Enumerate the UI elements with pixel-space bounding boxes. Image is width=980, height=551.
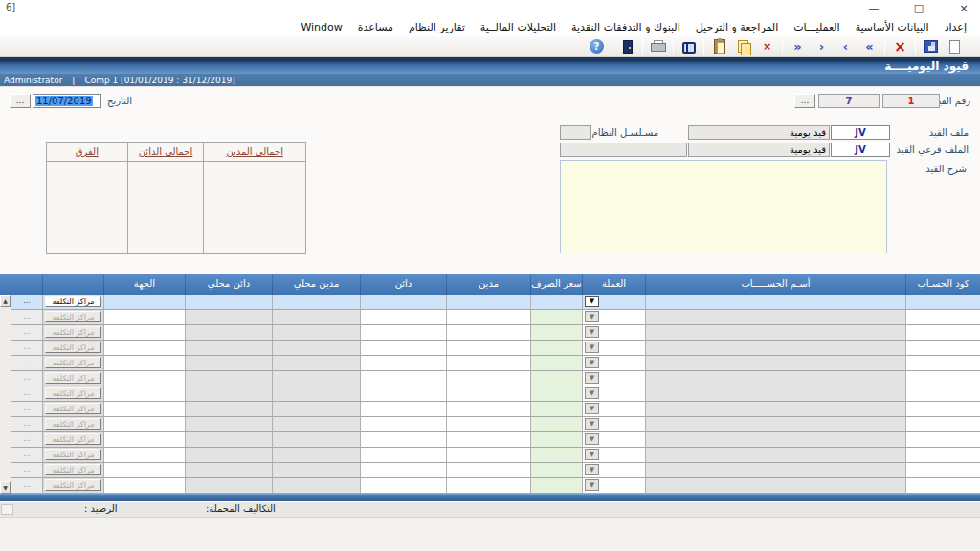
cell-name[interactable]	[645, 371, 905, 386]
cell-debit[interactable]	[446, 371, 530, 386]
cell-currency[interactable]: ▼	[582, 371, 645, 386]
cell-credit[interactable]	[360, 448, 446, 463]
cost-centers-button[interactable]: مراكز التكلفه	[45, 372, 101, 384]
menu-item[interactable]: إعداد	[937, 19, 974, 35]
cell-credit[interactable]	[360, 463, 446, 478]
nav-previous-button[interactable]: ‹	[810, 37, 834, 56]
row-browse-cell[interactable]: ...	[11, 478, 42, 494]
cell-credit[interactable]	[360, 310, 446, 325]
cell-credit_local[interactable]	[185, 448, 272, 463]
cell-debit[interactable]	[446, 478, 530, 494]
row-browse-cell[interactable]: ...	[11, 417, 42, 432]
row-browse-cell[interactable]: ...	[11, 341, 42, 356]
cell-credit_local[interactable]	[185, 386, 272, 402]
cell-entity[interactable]	[103, 478, 185, 494]
cost-centers-button[interactable]: مراكز التكلفه	[45, 449, 101, 460]
cell-debit[interactable]	[446, 448, 530, 463]
cell-currency[interactable]: ▼	[582, 386, 645, 402]
row-browse-cell[interactable]: ...	[11, 295, 42, 310]
entry-number-browse-button[interactable]: ...	[794, 94, 815, 108]
cell-cost_centers[interactable]: مراكز التكلفه	[42, 295, 103, 310]
delete-button[interactable]: ×	[888, 37, 912, 56]
grid-vertical-scrollbar[interactable]: ▲ ▼	[0, 295, 11, 494]
currency-dropdown-button[interactable]: ▼	[585, 372, 599, 384]
currency-dropdown-button[interactable]: ▼	[585, 357, 599, 368]
currency-dropdown-button[interactable]: ▼	[585, 387, 599, 399]
cell-entity[interactable]	[103, 448, 185, 463]
cell-cost_centers[interactable]: مراكز التكلفه	[42, 478, 103, 494]
cell-debit_local[interactable]	[272, 341, 360, 356]
menu-item[interactable]: التحليلات المالــية	[473, 19, 564, 35]
paste-button[interactable]	[707, 37, 731, 56]
cell-credit_local[interactable]	[185, 463, 272, 478]
cell-credit_local[interactable]	[185, 478, 272, 494]
cell-name[interactable]	[645, 448, 905, 463]
help-button[interactable]: ?	[585, 37, 609, 56]
cell-credit_local[interactable]	[185, 371, 272, 386]
close-button[interactable]: ×	[957, 1, 970, 15]
cell-code[interactable]	[905, 371, 980, 386]
cell-rate[interactable]	[530, 356, 582, 371]
cell-credit_local[interactable]	[185, 356, 272, 371]
cell-cost_centers[interactable]: مراكز التكلفه	[42, 448, 103, 463]
cell-currency[interactable]: ▼	[582, 463, 645, 478]
currency-dropdown-button[interactable]: ▼	[585, 296, 599, 307]
cost-centers-button[interactable]: مراكز التكلفه	[45, 433, 101, 445]
cell-cost_centers[interactable]: مراكز التكلفه	[42, 341, 103, 356]
row-browse-cell[interactable]: ...	[11, 386, 42, 402]
cell-entity[interactable]	[103, 417, 185, 432]
minimize-button[interactable]: —	[867, 1, 880, 15]
cell-debit_local[interactable]	[272, 310, 360, 325]
cell-rate[interactable]	[530, 478, 582, 494]
cell-currency[interactable]: ▼	[582, 432, 645, 448]
column-header-debit[interactable]: مدين	[446, 274, 530, 295]
cell-cost_centers[interactable]: مراكز التكلفه	[42, 310, 103, 325]
cell-currency[interactable]: ▼	[582, 341, 645, 356]
cost-centers-button[interactable]: مراكز التكلفه	[45, 357, 101, 368]
currency-dropdown-button[interactable]: ▼	[585, 342, 599, 353]
cell-debit_local[interactable]	[272, 478, 360, 494]
cell-credit[interactable]	[360, 402, 446, 417]
cell-rate[interactable]	[530, 341, 582, 356]
cell-name[interactable]	[645, 463, 905, 478]
cell-code[interactable]	[905, 478, 980, 494]
cell-debit_local[interactable]	[272, 432, 360, 448]
cell-rate[interactable]	[530, 432, 582, 448]
nav-first-button[interactable]: «	[786, 37, 810, 56]
cell-code[interactable]	[905, 325, 980, 341]
cell-code[interactable]	[905, 448, 980, 463]
cell-cost_centers[interactable]: مراكز التكلفه	[42, 356, 103, 371]
cell-cost_centers[interactable]: مراكز التكلفه	[42, 432, 103, 448]
cell-currency[interactable]: ▼	[582, 478, 645, 494]
cell-currency[interactable]: ▼	[582, 448, 645, 463]
menu-item[interactable]: المراجعة و الترحيل	[688, 19, 786, 35]
cell-credit_local[interactable]	[185, 417, 272, 432]
cell-name[interactable]	[645, 402, 905, 417]
cell-debit[interactable]	[446, 417, 530, 432]
menu-item[interactable]: العمليـــات	[786, 19, 847, 35]
cell-debit[interactable]	[446, 295, 530, 310]
currency-dropdown-button[interactable]: ▼	[585, 311, 599, 322]
cell-entity[interactable]	[103, 463, 185, 478]
row-browse-cell[interactable]: ...	[11, 448, 42, 463]
cell-code[interactable]	[905, 295, 980, 310]
column-header-credit[interactable]: دائن	[360, 274, 446, 295]
cell-credit[interactable]	[360, 432, 446, 448]
cell-name[interactable]	[645, 417, 905, 432]
scroll-up-icon[interactable]: ▲	[0, 295, 11, 307]
currency-dropdown-button[interactable]: ▼	[585, 326, 599, 338]
currency-dropdown-button[interactable]: ▼	[585, 464, 599, 475]
cell-cost_centers[interactable]: مراكز التكلفه	[42, 325, 103, 341]
cell-debit[interactable]	[446, 463, 530, 478]
nav-next-button[interactable]: ›	[834, 37, 858, 56]
cell-cost_centers[interactable]: مراكز التكلفه	[42, 417, 103, 432]
cell-currency[interactable]: ▼	[582, 295, 645, 310]
cell-currency[interactable]: ▼	[582, 402, 645, 417]
cell-name[interactable]	[645, 295, 905, 310]
nav-last-button[interactable]: »	[858, 37, 881, 56]
cell-debit[interactable]	[446, 386, 530, 402]
menu-item[interactable]: تقارير النظام	[401, 19, 473, 35]
menu-item[interactable]: مساعدة	[350, 19, 401, 35]
cell-credit[interactable]	[360, 478, 446, 494]
currency-dropdown-button[interactable]: ▼	[585, 403, 599, 414]
